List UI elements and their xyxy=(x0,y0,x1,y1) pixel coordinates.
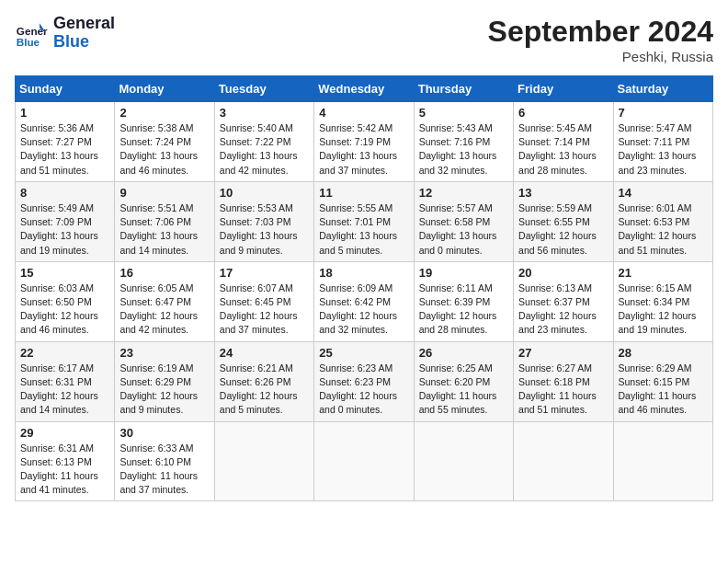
day-info: Sunrise: 5:55 AM Sunset: 7:01 PM Dayligh… xyxy=(319,201,408,258)
page-header: General Blue General Blue September 2024… xyxy=(15,15,713,64)
calendar-day-9: 9Sunrise: 5:51 AM Sunset: 7:06 PM Daylig… xyxy=(115,181,214,261)
day-info: Sunrise: 5:51 AM Sunset: 7:06 PM Dayligh… xyxy=(119,201,209,258)
day-number: 30 xyxy=(119,426,209,440)
day-number: 15 xyxy=(20,266,109,280)
day-info: Sunrise: 6:33 AM Sunset: 6:10 PM Dayligh… xyxy=(119,442,209,498)
day-info: Sunrise: 5:47 AM Sunset: 7:11 PM Dayligh… xyxy=(619,121,708,178)
logo: General Blue General Blue xyxy=(15,15,115,52)
calendar-day-3: 3Sunrise: 5:40 AM Sunset: 7:22 PM Daylig… xyxy=(214,102,313,182)
calendar-day-8: 8Sunrise: 5:49 AM Sunset: 7:09 PM Daylig… xyxy=(16,181,115,261)
calendar-empty-cell xyxy=(613,421,712,501)
calendar-day-21: 21Sunrise: 6:15 AM Sunset: 6:34 PM Dayli… xyxy=(613,261,712,341)
day-number: 25 xyxy=(319,346,408,360)
day-info: Sunrise: 5:43 AM Sunset: 7:16 PM Dayligh… xyxy=(419,121,508,178)
day-number: 6 xyxy=(518,106,608,120)
day-number: 1 xyxy=(20,106,109,120)
calendar-day-26: 26Sunrise: 6:25 AM Sunset: 6:20 PM Dayli… xyxy=(414,341,513,421)
day-number: 3 xyxy=(220,106,309,120)
calendar-day-27: 27Sunrise: 6:27 AM Sunset: 6:18 PM Dayli… xyxy=(514,341,613,421)
calendar-week-row: 15Sunrise: 6:03 AM Sunset: 6:50 PM Dayli… xyxy=(16,261,713,341)
day-info: Sunrise: 6:03 AM Sunset: 6:50 PM Dayligh… xyxy=(20,282,109,338)
title-block: September 2024 Peshki, Russia xyxy=(488,15,713,64)
calendar-empty-cell xyxy=(214,421,313,501)
weekday-header-sunday: Sunday xyxy=(16,76,115,102)
day-number: 22 xyxy=(20,346,109,360)
calendar-empty-cell xyxy=(414,421,513,501)
day-info: Sunrise: 6:19 AM Sunset: 6:29 PM Dayligh… xyxy=(119,362,209,418)
calendar-day-20: 20Sunrise: 6:13 AM Sunset: 6:37 PM Dayli… xyxy=(514,261,613,341)
calendar-empty-cell xyxy=(514,421,613,501)
day-info: Sunrise: 6:15 AM Sunset: 6:34 PM Dayligh… xyxy=(619,282,708,338)
calendar-day-2: 2Sunrise: 5:38 AM Sunset: 7:24 PM Daylig… xyxy=(115,102,214,182)
day-info: Sunrise: 5:36 AM Sunset: 7:27 PM Dayligh… xyxy=(20,121,109,178)
day-number: 12 xyxy=(419,186,508,200)
day-info: Sunrise: 6:01 AM Sunset: 6:53 PM Dayligh… xyxy=(619,201,708,258)
calendar-table: SundayMondayTuesdayWednesdayThursdayFrid… xyxy=(15,75,713,501)
day-number: 29 xyxy=(20,426,109,440)
day-info: Sunrise: 6:27 AM Sunset: 6:18 PM Dayligh… xyxy=(518,362,608,418)
calendar-day-6: 6Sunrise: 5:45 AM Sunset: 7:14 PM Daylig… xyxy=(514,102,613,182)
weekday-header-wednesday: Wednesday xyxy=(314,76,414,102)
day-number: 17 xyxy=(220,266,309,280)
calendar-day-16: 16Sunrise: 6:05 AM Sunset: 6:47 PM Dayli… xyxy=(115,261,214,341)
day-info: Sunrise: 5:59 AM Sunset: 6:55 PM Dayligh… xyxy=(518,201,608,258)
day-number: 5 xyxy=(419,106,508,120)
day-number: 10 xyxy=(220,186,309,200)
calendar-day-5: 5Sunrise: 5:43 AM Sunset: 7:16 PM Daylig… xyxy=(414,102,513,182)
calendar-day-23: 23Sunrise: 6:19 AM Sunset: 6:29 PM Dayli… xyxy=(115,341,214,421)
day-info: Sunrise: 5:53 AM Sunset: 7:03 PM Dayligh… xyxy=(220,201,309,258)
calendar-day-15: 15Sunrise: 6:03 AM Sunset: 6:50 PM Dayli… xyxy=(16,261,115,341)
logo-icon: General Blue xyxy=(15,17,48,50)
day-number: 13 xyxy=(518,186,608,200)
day-number: 4 xyxy=(319,106,408,120)
day-info: Sunrise: 6:17 AM Sunset: 6:31 PM Dayligh… xyxy=(20,362,109,418)
day-info: Sunrise: 6:11 AM Sunset: 6:39 PM Dayligh… xyxy=(419,282,508,338)
calendar-day-28: 28Sunrise: 6:29 AM Sunset: 6:15 PM Dayli… xyxy=(613,341,712,421)
day-info: Sunrise: 6:13 AM Sunset: 6:37 PM Dayligh… xyxy=(518,282,608,338)
calendar-day-11: 11Sunrise: 5:55 AM Sunset: 7:01 PM Dayli… xyxy=(314,181,414,261)
day-number: 8 xyxy=(20,186,109,200)
calendar-day-13: 13Sunrise: 5:59 AM Sunset: 6:55 PM Dayli… xyxy=(514,181,613,261)
day-number: 26 xyxy=(419,346,508,360)
day-info: Sunrise: 5:45 AM Sunset: 7:14 PM Dayligh… xyxy=(518,121,608,178)
day-info: Sunrise: 6:29 AM Sunset: 6:15 PM Dayligh… xyxy=(619,362,708,418)
calendar-day-18: 18Sunrise: 6:09 AM Sunset: 6:42 PM Dayli… xyxy=(314,261,414,341)
day-info: Sunrise: 6:07 AM Sunset: 6:45 PM Dayligh… xyxy=(220,282,309,338)
day-info: Sunrise: 5:49 AM Sunset: 7:09 PM Dayligh… xyxy=(20,201,109,258)
calendar-day-25: 25Sunrise: 6:23 AM Sunset: 6:23 PM Dayli… xyxy=(314,341,414,421)
day-info: Sunrise: 6:21 AM Sunset: 6:26 PM Dayligh… xyxy=(220,362,309,418)
day-number: 7 xyxy=(619,106,708,120)
calendar-day-17: 17Sunrise: 6:07 AM Sunset: 6:45 PM Dayli… xyxy=(214,261,313,341)
day-number: 2 xyxy=(119,106,209,120)
day-info: Sunrise: 6:09 AM Sunset: 6:42 PM Dayligh… xyxy=(319,282,408,338)
day-number: 24 xyxy=(220,346,309,360)
weekday-header-friday: Friday xyxy=(514,76,613,102)
calendar-day-1: 1Sunrise: 5:36 AM Sunset: 7:27 PM Daylig… xyxy=(16,102,115,182)
weekday-header-thursday: Thursday xyxy=(414,76,513,102)
day-info: Sunrise: 6:05 AM Sunset: 6:47 PM Dayligh… xyxy=(119,282,209,338)
day-info: Sunrise: 5:42 AM Sunset: 7:19 PM Dayligh… xyxy=(319,121,408,178)
calendar-day-29: 29Sunrise: 6:31 AM Sunset: 6:13 PM Dayli… xyxy=(16,421,115,501)
day-info: Sunrise: 6:23 AM Sunset: 6:23 PM Dayligh… xyxy=(319,362,408,418)
day-number: 9 xyxy=(119,186,209,200)
calendar-day-4: 4Sunrise: 5:42 AM Sunset: 7:19 PM Daylig… xyxy=(314,102,414,182)
day-info: Sunrise: 6:31 AM Sunset: 6:13 PM Dayligh… xyxy=(20,442,109,498)
logo-text-blue: Blue xyxy=(53,33,115,52)
weekday-header-tuesday: Tuesday xyxy=(214,76,313,102)
calendar-day-30: 30Sunrise: 6:33 AM Sunset: 6:10 PM Dayli… xyxy=(115,421,214,501)
weekday-header-saturday: Saturday xyxy=(613,76,712,102)
day-number: 19 xyxy=(419,266,508,280)
day-number: 27 xyxy=(518,346,608,360)
svg-text:Blue: Blue xyxy=(17,36,40,48)
location: Peshki, Russia xyxy=(488,49,713,64)
day-number: 21 xyxy=(619,266,708,280)
calendar-day-22: 22Sunrise: 6:17 AM Sunset: 6:31 PM Dayli… xyxy=(16,341,115,421)
calendar-empty-cell xyxy=(314,421,414,501)
day-info: Sunrise: 5:40 AM Sunset: 7:22 PM Dayligh… xyxy=(220,121,309,178)
day-number: 20 xyxy=(518,266,608,280)
day-info: Sunrise: 5:38 AM Sunset: 7:24 PM Dayligh… xyxy=(119,121,209,178)
day-number: 14 xyxy=(619,186,708,200)
day-number: 18 xyxy=(319,266,408,280)
calendar-week-row: 8Sunrise: 5:49 AM Sunset: 7:09 PM Daylig… xyxy=(16,181,713,261)
calendar-week-row: 1Sunrise: 5:36 AM Sunset: 7:27 PM Daylig… xyxy=(16,102,713,182)
